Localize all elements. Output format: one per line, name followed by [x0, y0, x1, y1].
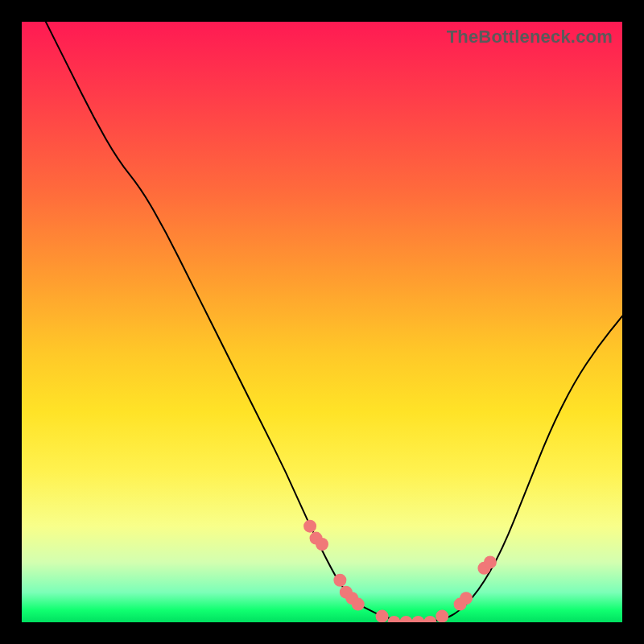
- bottleneck-chart: [22, 22, 622, 622]
- highlight-dot: [411, 616, 424, 622]
- highlight-dot: [436, 610, 448, 622]
- plot-area: TheBottleneck.com: [22, 22, 622, 622]
- highlight-dot: [423, 616, 436, 622]
- highlight-dot: [484, 555, 497, 568]
- highlight-dot: [352, 598, 365, 611]
- highlight-dot: [333, 574, 346, 587]
- highlight-dot: [376, 610, 389, 622]
- highlight-dot: [388, 616, 401, 622]
- highlight-dot: [399, 616, 412, 622]
- outer-frame: TheBottleneck.com: [0, 0, 644, 644]
- highlight-dot: [460, 592, 473, 605]
- bottleneck-curve-line: [46, 22, 622, 622]
- highlight-dot: [316, 538, 328, 551]
- highlight-dot: [303, 520, 316, 533]
